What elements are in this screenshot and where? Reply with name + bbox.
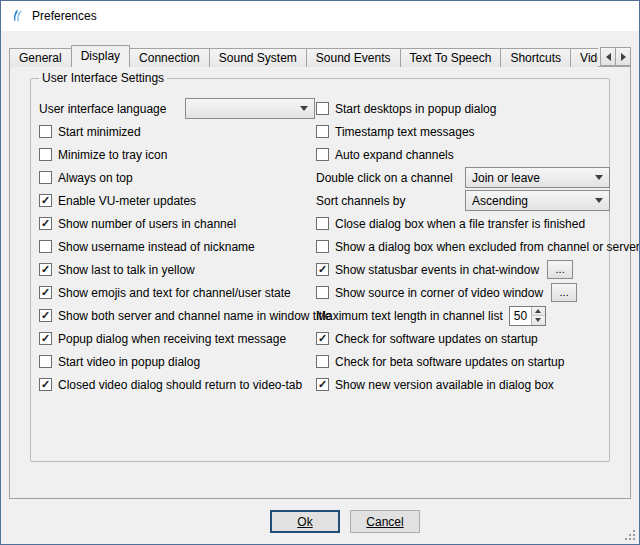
- checkbox-label: Close dialog box when a file transfer is…: [335, 217, 585, 231]
- double-click-channel-row: Double click on a channel Join or leave: [316, 166, 610, 189]
- double-click-channel-combobox[interactable]: Join or leave: [465, 167, 610, 188]
- checkbox-minimize-to-tray-icon[interactable]: Minimize to tray icon: [39, 143, 315, 166]
- cancel-button[interactable]: Cancel: [350, 510, 420, 533]
- checkbox-check-software-updates[interactable]: Check for software updates on startup: [316, 327, 610, 350]
- double-click-channel-value: Join or leave: [472, 171, 540, 185]
- checkbox-label: Closed video dialog should return to vid…: [58, 378, 302, 392]
- checkbox-box[interactable]: [39, 286, 52, 299]
- checkbox-box[interactable]: [316, 286, 329, 299]
- checkbox-label: Minimize to tray icon: [58, 148, 167, 162]
- checkbox-label: Show number of users in channel: [58, 217, 236, 231]
- tab-shortcuts[interactable]: Shortcuts: [500, 48, 571, 67]
- group-user-interface-settings: User Interface Settings User interface l…: [30, 78, 610, 462]
- tab-connection[interactable]: Connection: [129, 48, 210, 67]
- sort-channels-combobox[interactable]: Ascending: [465, 190, 610, 211]
- checkbox-label: Show new version available in dialog box: [335, 378, 554, 392]
- spin-down-button[interactable]: [532, 316, 545, 325]
- checkbox-box[interactable]: [39, 194, 52, 207]
- tab-scroll-left-button[interactable]: [600, 47, 616, 66]
- max-text-length-label: Maximum text length in channel list: [316, 309, 503, 323]
- checkbox-box[interactable]: [316, 378, 329, 391]
- chevron-down-icon: [595, 175, 603, 180]
- max-text-length-spinbox[interactable]: 50: [509, 306, 546, 326]
- checkbox-video-source-corner[interactable]: Show source in corner of video window ..…: [316, 281, 610, 304]
- checkbox-box[interactable]: [39, 332, 52, 345]
- tab-video[interactable]: Video: [570, 48, 598, 67]
- double-click-channel-label: Double click on a channel: [316, 171, 453, 185]
- checkbox-start-video-in-popup-dialog[interactable]: Start video in popup dialog: [39, 350, 315, 373]
- checkbox-label: Always on top: [58, 171, 133, 185]
- tab-scroll-right-button[interactable]: [615, 47, 631, 66]
- max-text-length-value: 50: [510, 307, 531, 325]
- statusbar-events-more-button[interactable]: ...: [547, 260, 573, 279]
- max-text-length-row: Maximum text length in channel list 50: [316, 304, 610, 327]
- checkbox-popup-dialog-text-message[interactable]: Popup dialog when receiving text message: [39, 327, 315, 350]
- checkbox-box[interactable]: [316, 355, 329, 368]
- checkbox-box[interactable]: [316, 217, 329, 230]
- chevron-down-icon: [595, 198, 603, 203]
- checkbox-box[interactable]: [316, 263, 329, 276]
- checkbox-box[interactable]: [39, 263, 52, 276]
- checkbox-label: Check for software updates on startup: [335, 332, 538, 346]
- checkbox-box[interactable]: [39, 217, 52, 230]
- checkbox-start-minimized[interactable]: Start minimized: [39, 120, 315, 143]
- titlebar[interactable]: Preferences: [1, 1, 639, 31]
- language-label: User interface language: [39, 102, 166, 116]
- right-column: Start desktops in popup dialog Timestamp…: [316, 97, 610, 396]
- preferences-dialog: Preferences User Interface Settings User…: [0, 0, 640, 545]
- ok-button[interactable]: Ok: [270, 510, 340, 533]
- checkbox-statusbar-events[interactable]: Show statusbar events in chat-window ...: [316, 258, 610, 281]
- spinbox-buttons: [531, 307, 545, 325]
- checkbox-box[interactable]: [39, 148, 52, 161]
- checkbox-label: Timestamp text messages: [335, 125, 475, 139]
- tab-sound-events[interactable]: Sound Events: [306, 48, 401, 67]
- triangle-up-icon: [535, 309, 541, 313]
- checkbox-check-beta-updates[interactable]: Check for beta software updates on start…: [316, 350, 610, 373]
- checkbox-start-desktops-in-popup-dialog[interactable]: Start desktops in popup dialog: [316, 97, 610, 120]
- checkbox-box[interactable]: [39, 309, 52, 322]
- language-combobox[interactable]: [185, 98, 315, 119]
- tab-scroll-buttons: [601, 47, 631, 66]
- checkbox-box[interactable]: [39, 125, 52, 138]
- checkbox-show-new-version-dialog[interactable]: Show new version available in dialog box: [316, 373, 610, 396]
- checkbox-show-number-of-users-in-channel[interactable]: Show number of users in channel: [39, 212, 315, 235]
- checkbox-show-last-to-talk-in-yellow[interactable]: Show last to talk in yellow: [39, 258, 315, 281]
- checkbox-timestamp-text-messages[interactable]: Timestamp text messages: [316, 120, 610, 143]
- checkbox-close-dialog-file-transfer[interactable]: Close dialog box when a file transfer is…: [316, 212, 610, 235]
- tab-page-display: User Interface Settings User interface l…: [9, 66, 631, 499]
- checkbox-box[interactable]: [316, 332, 329, 345]
- video-source-more-button[interactable]: ...: [551, 283, 577, 302]
- tab-sound-system[interactable]: Sound System: [209, 48, 307, 67]
- tab-display[interactable]: Display: [71, 45, 130, 67]
- checkbox-box[interactable]: [39, 240, 52, 253]
- checkbox-box[interactable]: [316, 240, 329, 253]
- sort-channels-value: Ascending: [472, 194, 528, 208]
- checkbox-label: Show username instead of nickname: [58, 240, 255, 254]
- left-column: User interface language Start minimized …: [39, 97, 315, 396]
- checkbox-label: Show emojis and text for channel/user st…: [58, 286, 291, 300]
- checkbox-enable-vu-meter-updates[interactable]: Enable VU-meter updates: [39, 189, 315, 212]
- checkbox-show-emojis-and-text[interactable]: Show emojis and text for channel/user st…: [39, 281, 315, 304]
- checkbox-box[interactable]: [316, 102, 329, 115]
- checkbox-box[interactable]: [39, 171, 52, 184]
- checkbox-closed-video-return-video-tab[interactable]: Closed video dialog should return to vid…: [39, 373, 315, 396]
- tab-text-to-speech[interactable]: Text To Speech: [400, 48, 502, 67]
- checkbox-label: Enable VU-meter updates: [58, 194, 196, 208]
- checkbox-always-on-top[interactable]: Always on top: [39, 166, 315, 189]
- checkbox-box[interactable]: [316, 125, 329, 138]
- arrow-right-icon: [621, 53, 626, 61]
- checkbox-show-server-and-channel-in-title[interactable]: Show both server and channel name in win…: [39, 304, 315, 327]
- arrow-left-icon: [606, 53, 611, 61]
- checkbox-label: Start desktops in popup dialog: [335, 102, 496, 116]
- checkbox-show-username-instead-of-nickname[interactable]: Show username instead of nickname: [39, 235, 315, 258]
- checkbox-dialog-when-excluded[interactable]: Show a dialog box when excluded from cha…: [316, 235, 610, 258]
- window-title: Preferences: [32, 9, 97, 23]
- checkbox-box[interactable]: [39, 378, 52, 391]
- checkbox-box[interactable]: [39, 355, 52, 368]
- checkbox-box[interactable]: [316, 148, 329, 161]
- tab-general[interactable]: General: [9, 48, 72, 67]
- spin-up-button[interactable]: [532, 307, 545, 317]
- checkbox-auto-expand-channels[interactable]: Auto expand channels: [316, 143, 610, 166]
- resize-grip[interactable]: [623, 528, 636, 541]
- checkbox-label: Show both server and channel name in win…: [58, 309, 332, 323]
